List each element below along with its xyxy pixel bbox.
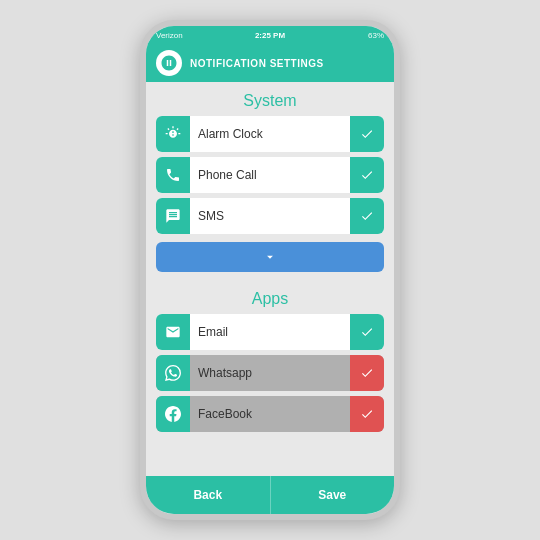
- carrier-text: Verizon: [156, 31, 183, 40]
- whatsapp-check-icon: [360, 366, 374, 380]
- sms-icon: [165, 208, 181, 224]
- sms-icon-container: [156, 198, 190, 234]
- status-bar: Verizon 2:25 PM 63%: [146, 26, 394, 44]
- nav-bar: NOTIFICATION SETTINGS: [146, 44, 394, 82]
- phone-frame: Verizon 2:25 PM 63% NOTIFICATION SETTING…: [140, 20, 400, 520]
- whatsapp-icon: [165, 365, 181, 381]
- phone-call-item[interactable]: Phone Call: [156, 157, 384, 193]
- sms-check[interactable]: [350, 198, 384, 234]
- save-label: Save: [318, 488, 346, 502]
- alarm-clock-icon: [165, 126, 181, 142]
- app-logo: [156, 50, 182, 76]
- facebook-icon: [165, 406, 181, 422]
- facebook-item[interactable]: FaceBook: [156, 396, 384, 432]
- bottom-bar: Back Save: [146, 476, 394, 514]
- system-section-title: System: [146, 82, 394, 116]
- content-area: System Alarm Clock: [146, 82, 394, 476]
- alarm-clock-check-icon: [360, 127, 374, 141]
- phone-call-icon: [165, 167, 181, 183]
- email-check[interactable]: [350, 314, 384, 350]
- save-button[interactable]: Save: [271, 476, 395, 514]
- alarm-icon-container: [156, 116, 190, 152]
- email-icon-container: [156, 314, 190, 350]
- whatsapp-item[interactable]: Whatsapp: [156, 355, 384, 391]
- whatsapp-check[interactable]: [350, 355, 384, 391]
- battery-text: 63%: [368, 31, 384, 40]
- phone-call-label: Phone Call: [190, 168, 350, 182]
- system-items-list: Alarm Clock Phone Call: [146, 116, 394, 234]
- expand-down-icon: [263, 250, 277, 264]
- facebook-icon-container: [156, 396, 190, 432]
- sms-label: SMS: [190, 209, 350, 223]
- whatsapp-label: Whatsapp: [190, 366, 350, 380]
- nav-title: NOTIFICATION SETTINGS: [190, 58, 324, 69]
- facebook-check-icon: [360, 407, 374, 421]
- back-label: Back: [193, 488, 222, 502]
- logo-icon: [160, 54, 178, 72]
- email-icon: [165, 324, 181, 340]
- phone-call-check-icon: [360, 168, 374, 182]
- alarm-clock-item[interactable]: Alarm Clock: [156, 116, 384, 152]
- whatsapp-icon-container: [156, 355, 190, 391]
- alarm-clock-check[interactable]: [350, 116, 384, 152]
- facebook-label: FaceBook: [190, 407, 350, 421]
- sms-item[interactable]: SMS: [156, 198, 384, 234]
- apps-items-list: Email Whatsapp: [146, 314, 394, 432]
- alarm-clock-label: Alarm Clock: [190, 127, 350, 141]
- phone-icon-container: [156, 157, 190, 193]
- apps-section-title: Apps: [146, 280, 394, 314]
- phone-call-check[interactable]: [350, 157, 384, 193]
- email-label: Email: [190, 325, 350, 339]
- email-check-icon: [360, 325, 374, 339]
- back-button[interactable]: Back: [146, 476, 271, 514]
- expand-button[interactable]: [156, 242, 384, 272]
- email-item[interactable]: Email: [156, 314, 384, 350]
- time-text: 2:25 PM: [255, 31, 285, 40]
- facebook-check[interactable]: [350, 396, 384, 432]
- sms-check-icon: [360, 209, 374, 223]
